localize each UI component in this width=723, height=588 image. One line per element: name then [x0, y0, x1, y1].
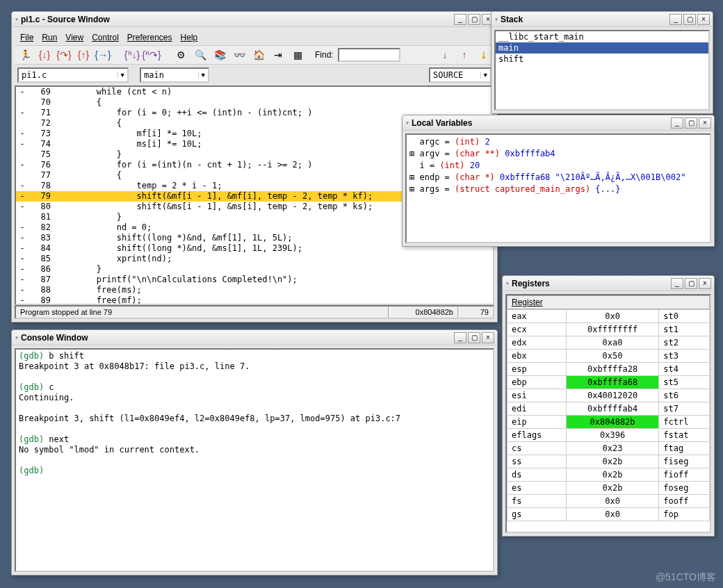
local-variable-row[interactable]: ⊞ args = (struct captured_main_args) {..…	[409, 183, 707, 195]
next-icon[interactable]: {↷}	[56, 47, 72, 63]
register-row[interactable]: esp0xbffffa28st4	[507, 363, 710, 376]
grip-icon: ▾	[505, 279, 509, 287]
register-row[interactable]: edx0xa0st2	[507, 336, 710, 350]
bottom-stack-icon[interactable]: ⤓	[476, 47, 492, 63]
stack-icon[interactable]: 📚	[212, 47, 227, 63]
minimize-button[interactable]: _	[669, 14, 682, 25]
local-variables-window: ▾ Local Variables _ ▢ × argc = (int) 2⊞ …	[402, 115, 715, 247]
mode-combo[interactable]: SOURCE▼	[429, 67, 492, 83]
menu-view[interactable]: View	[65, 33, 83, 42]
register-row[interactable]: gs0x0fop	[507, 508, 710, 521]
finish-icon[interactable]: {↑}	[76, 47, 91, 63]
menu-control[interactable]: Control	[92, 33, 119, 42]
registers-title: Registers	[512, 279, 669, 288]
menu-run[interactable]: Run	[42, 33, 57, 42]
status-line: 79	[458, 307, 493, 318]
breakpoints-icon[interactable]: ⇥	[270, 47, 286, 63]
stack-frame[interactable]: main	[496, 42, 708, 54]
source-titlebar[interactable]: ▾ pi1.c - Source Window _ ▢ ×	[12, 12, 497, 27]
stack-frame[interactable]: __libc_start_main	[496, 31, 708, 42]
registers-titlebar[interactable]: ▾ Registers _ ▢ ×	[503, 276, 714, 291]
minimize-button[interactable]: _	[454, 332, 466, 343]
source-line[interactable]: -85 xprint(nd);	[16, 254, 493, 264]
chevron-down-icon: ▼	[117, 72, 124, 79]
local-variable-row[interactable]: argc = (int) 2	[409, 136, 707, 148]
register-row[interactable]: ecx0xffffffffst1	[507, 323, 710, 336]
console-titlebar[interactable]: ▾ Console Window _ ▢ ×	[12, 330, 497, 345]
run-icon[interactable]: 🏃	[17, 47, 33, 63]
registers-icon[interactable]: ⚙	[173, 47, 188, 63]
register-row[interactable]: eip0x804882bfctrl	[507, 416, 710, 429]
close-button[interactable]: ×	[699, 278, 711, 289]
down-stack-icon[interactable]: ↓	[437, 47, 453, 63]
menu-preferences[interactable]: Preferences	[127, 33, 172, 42]
continue-icon[interactable]: {→}	[95, 47, 111, 63]
register-row[interactable]: esi0x40012020st6	[507, 389, 710, 402]
minimize-button[interactable]: _	[454, 14, 466, 25]
source-line[interactable]: -89 free(mf);	[16, 295, 493, 305]
local-variables-list[interactable]: argc = (int) 2⊞ argv = (char **) 0xbffff…	[405, 133, 711, 243]
console-title: Console Window	[21, 333, 453, 343]
localvars-titlebar[interactable]: ▾ Local Variables _ ▢ ×	[403, 115, 714, 131]
memory-icon[interactable]: 🔍	[193, 47, 208, 63]
local-variable-row[interactable]: ⊞ argv = (char **) 0xbffffab4	[409, 148, 707, 160]
close-button[interactable]: ×	[699, 117, 711, 129]
source-line[interactable]: -87 printf("\n\nCalculations Completed!\…	[16, 275, 493, 285]
maximize-button[interactable]: ▢	[468, 14, 480, 25]
console-output[interactable]: (gdb) b shiftBreakpoint 3 at 0x8048b17: …	[15, 348, 494, 572]
grip-icon: ▾	[494, 15, 498, 23]
selector-row: pi1.c▼ main▼ SOURCE▼	[15, 65, 494, 85]
file-combo[interactable]: pi1.c▼	[17, 67, 129, 83]
register-row[interactable]: ss0x2bfiseg	[507, 455, 710, 468]
register-row[interactable]: fs0x0fooff	[507, 495, 710, 508]
locals-icon[interactable]: 🏠	[251, 47, 266, 63]
source-line[interactable]: -69 while (cnt < n)	[16, 87, 493, 97]
registers-header[interactable]: Register	[507, 295, 710, 309]
stack-window: ▾ Stack _ ▢ × __libc_start_mainmainshift	[491, 11, 713, 114]
register-row[interactable]: ebx0x50st3	[507, 350, 710, 363]
source-line[interactable]: -86 }	[16, 264, 493, 275]
register-row[interactable]: ebp0xbffffa68st5	[507, 376, 710, 389]
menu-file[interactable]: File	[20, 33, 33, 42]
registers-table: eax0x0st0ecx0xffffffffst1edx0xa0st2ebx0x…	[507, 309, 710, 521]
registers-panel: Register eax0x0st0ecx0xffffffffst1edx0xa…	[505, 294, 711, 533]
toolbar: 🏃 {↓} {↷} {↑} {→} {ᴿ↓} {ᴿ↷} ⚙ 🔍 📚 👓 🏠 ⇥ …	[15, 45, 494, 65]
maximize-button[interactable]: ▢	[685, 117, 697, 129]
register-row[interactable]: es0x2bfoseg	[507, 482, 710, 495]
maximize-button[interactable]: ▢	[683, 14, 696, 25]
grip-icon: ▾	[15, 334, 18, 341]
register-row[interactable]: ds0x2bfioff	[507, 468, 710, 482]
find-input[interactable]	[338, 48, 400, 62]
close-button[interactable]: ×	[482, 332, 494, 343]
console-window: ▾ Console Window _ ▢ × (gdb) b shiftBrea…	[11, 329, 498, 575]
watch-icon[interactable]: 👓	[231, 47, 247, 63]
minimize-button[interactable]: _	[671, 278, 683, 289]
grip-icon: ▾	[15, 15, 18, 23]
nexti-icon[interactable]: {ᴿ↷}	[144, 47, 159, 63]
stack-frame[interactable]: shift	[496, 54, 708, 65]
menu-help[interactable]: Help	[181, 33, 198, 42]
maximize-button[interactable]: ▢	[685, 278, 697, 289]
status-message: Program stopped at line 79	[16, 307, 389, 318]
console-icon[interactable]: ▦	[290, 47, 305, 63]
stack-list[interactable]: __libc_start_mainmainshift	[494, 30, 710, 111]
local-variable-row[interactable]: ⊞ endp = (char *) 0xbffffa68 "\210Ãº…Ã‚Ã…	[409, 172, 707, 183]
register-row[interactable]: edi0xbffffab4st7	[507, 402, 710, 416]
stepi-icon[interactable]: {ᴿ↓}	[124, 47, 140, 63]
function-combo[interactable]: main▼	[140, 67, 209, 83]
stack-titlebar[interactable]: ▾ Stack _ ▢ ×	[492, 12, 713, 27]
source-line[interactable]: 70 {	[16, 97, 493, 108]
local-variable-row[interactable]: i = (int) 20	[409, 160, 707, 172]
register-row[interactable]: eflags0x396fstat	[507, 429, 710, 442]
register-row[interactable]: eax0x0st0	[507, 310, 710, 323]
up-stack-icon[interactable]: ↑	[457, 47, 472, 63]
maximize-button[interactable]: ▢	[468, 332, 480, 343]
close-button[interactable]: ×	[697, 14, 710, 25]
source-line[interactable]: -88 free(ms);	[16, 285, 493, 295]
register-row[interactable]: cs0x23ftag	[507, 442, 710, 455]
minimize-button[interactable]: _	[671, 117, 683, 129]
registers-window: ▾ Registers _ ▢ × Register eax0x0st0ecx0…	[502, 275, 715, 537]
menubar: File Run View Control Preferences Help	[15, 30, 494, 45]
status-address: 0x804882b	[389, 307, 458, 318]
step-icon[interactable]: {↓}	[37, 47, 52, 63]
